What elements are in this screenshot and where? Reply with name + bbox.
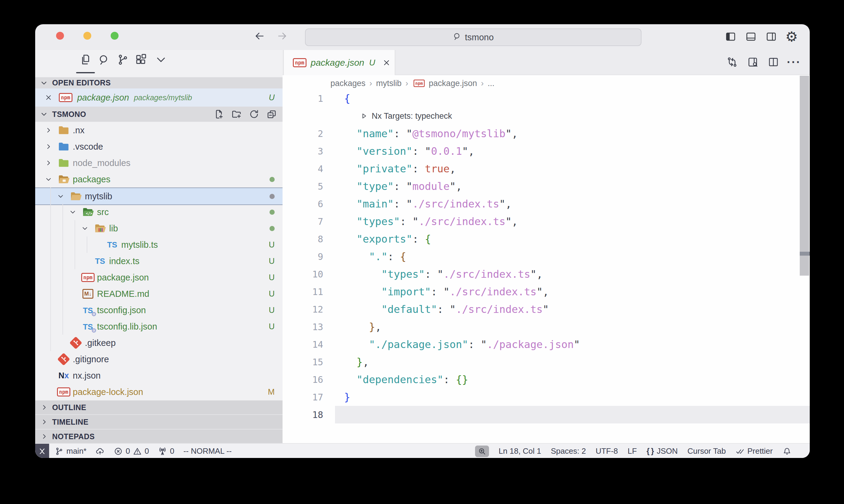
code-line-9[interactable]: 9 ".": { bbox=[282, 248, 810, 265]
chevron-right-icon[interactable] bbox=[44, 142, 53, 151]
compare-changes-icon[interactable] bbox=[726, 55, 738, 69]
breadcrumb-item[interactable]: ... bbox=[487, 79, 495, 88]
code-line-12[interactable]: 12 "default": "./src/index.ts" bbox=[282, 301, 810, 318]
toggle-secondary-sidebar-icon[interactable] bbox=[765, 30, 777, 43]
code-line-17[interactable]: 17} bbox=[282, 388, 810, 406]
close-tab-icon[interactable] bbox=[382, 58, 391, 67]
code-line-5[interactable]: 5 "type": "module", bbox=[282, 178, 810, 195]
tree-item--vscode[interactable]: .vscode bbox=[35, 139, 282, 155]
toggle-primary-sidebar-icon[interactable] bbox=[725, 30, 737, 43]
minimize-window-button[interactable] bbox=[83, 32, 91, 40]
tree-item-node-modules[interactable]: node_modules bbox=[35, 155, 282, 171]
settings-gear-icon[interactable]: ⚙ bbox=[786, 30, 798, 43]
command-center-search[interactable]: tsmono bbox=[305, 29, 641, 46]
encoding-status[interactable]: UTF-8 bbox=[596, 447, 618, 456]
cursor-tab-status[interactable]: Cursor Tab bbox=[688, 447, 726, 456]
tree-item-tsconfig-lib-json[interactable]: TS⚙tsconfig.lib.jsonU bbox=[35, 318, 282, 335]
code-line-2[interactable]: 2 "name": "@tsmono/mytslib", bbox=[282, 125, 810, 142]
tree-item-tsconfig-json[interactable]: TS⚙tsconfig.jsonU bbox=[35, 302, 282, 318]
tree-item-packages[interactable]: packages bbox=[35, 171, 282, 187]
code-line-11[interactable]: 11 "import": "./src/index.ts", bbox=[282, 283, 810, 301]
codelens-row[interactable]: Nx Targets: typecheck bbox=[282, 107, 810, 125]
tree-item-readme-md[interactable]: M↓README.mdU bbox=[35, 286, 282, 302]
tree-item-mytslib-ts[interactable]: TSmytslib.tsU bbox=[35, 237, 282, 253]
close-editor-icon[interactable] bbox=[44, 93, 53, 102]
indentation-status[interactable]: Spaces: 2 bbox=[551, 447, 586, 456]
chevron-right-icon[interactable] bbox=[44, 159, 53, 167]
editor-scrollbar[interactable] bbox=[800, 50, 810, 443]
close-window-button[interactable] bbox=[56, 32, 64, 40]
toggle-panel-icon[interactable] bbox=[745, 30, 757, 43]
split-editor-icon[interactable] bbox=[767, 55, 779, 69]
navigate-forward-button[interactable] bbox=[277, 31, 288, 41]
chevron-right-icon[interactable] bbox=[44, 126, 53, 134]
navigate-back-button[interactable] bbox=[254, 31, 265, 41]
code-line-4[interactable]: 4 "private": true, bbox=[282, 160, 810, 178]
notepads-section[interactable]: NOTEPADS bbox=[35, 430, 282, 444]
tree-item-nx-json[interactable]: Nxnx.json bbox=[35, 367, 282, 384]
tree-item--gitkeep[interactable]: .gitkeep bbox=[35, 335, 282, 351]
code-line-18[interactable]: 18 bbox=[282, 406, 810, 424]
chevron-down-icon[interactable] bbox=[81, 224, 89, 233]
breadcrumb-item[interactable]: packages bbox=[330, 79, 366, 88]
chevron-down-icon[interactable] bbox=[44, 175, 53, 183]
tree-item--gitignore[interactable]: .gitignore bbox=[35, 351, 282, 367]
open-preview-search-icon[interactable] bbox=[747, 55, 759, 69]
warning-icon bbox=[133, 447, 142, 456]
explorer-section-header[interactable]: TSMONO bbox=[35, 107, 282, 122]
cursor-position[interactable]: Ln 18, Col 1 bbox=[499, 447, 541, 456]
new-folder-icon[interactable] bbox=[231, 109, 242, 120]
code-line-10[interactable]: 10 "types": "./src/index.ts", bbox=[282, 265, 810, 283]
codelens-nx-targets[interactable]: Nx Targets: typecheck bbox=[360, 111, 452, 121]
tree-item-src[interactable]: </>src bbox=[35, 204, 282, 220]
ports-status[interactable]: 0 bbox=[158, 447, 174, 456]
source-control-view-icon[interactable] bbox=[116, 52, 130, 67]
maximize-window-button[interactable] bbox=[111, 32, 119, 40]
code-line-14[interactable]: 14 "./package.json": "./package.json" bbox=[282, 336, 810, 353]
timeline-section[interactable]: TIMELINE bbox=[35, 415, 282, 430]
code-line-13[interactable]: 13 }, bbox=[282, 318, 810, 336]
code-line-16[interactable]: 16 "dependencies": {} bbox=[282, 371, 810, 388]
chevron-down-icon[interactable] bbox=[69, 208, 77, 216]
vim-mode-indicator[interactable]: -- NORMAL -- bbox=[184, 447, 231, 456]
language-mode[interactable]: { }JSON bbox=[647, 447, 678, 456]
zoom-indicator[interactable] bbox=[475, 446, 489, 457]
eol-status[interactable]: LF bbox=[627, 447, 637, 456]
code-line-7[interactable]: 7 "types": "./src/index.ts", bbox=[282, 213, 810, 230]
chevron-down-icon[interactable] bbox=[154, 52, 168, 67]
tree-item-index-ts[interactable]: TSindex.tsU bbox=[35, 253, 282, 269]
open-editors-header[interactable]: OPEN EDITORS bbox=[35, 77, 282, 88]
problems-status[interactable]: 00 bbox=[114, 447, 149, 456]
refresh-explorer-icon[interactable] bbox=[248, 109, 259, 120]
breadcrumb-item[interactable]: npmpackage.json bbox=[412, 79, 477, 88]
more-editor-actions-icon[interactable]: ··· bbox=[788, 55, 800, 69]
formatter-prettier[interactable]: Prettier bbox=[736, 447, 773, 456]
tree-item-package-json[interactable]: npmpackage.jsonU bbox=[35, 269, 282, 286]
explorer-view-icon[interactable] bbox=[79, 52, 92, 67]
tree-item-lib[interactable]: lib bbox=[35, 220, 282, 237]
remote-indicator[interactable] bbox=[35, 444, 49, 458]
chevron-down-icon[interactable] bbox=[56, 192, 65, 200]
breadcrumb-item[interactable]: mytslib bbox=[376, 79, 402, 88]
publish-changes-button[interactable] bbox=[96, 447, 105, 456]
open-editor-item[interactable]: npm package.json packages/mytslib U bbox=[35, 88, 282, 107]
collapse-folders-icon[interactable] bbox=[266, 109, 277, 120]
extensions-view-icon[interactable] bbox=[134, 52, 148, 67]
tree-item-mytslib[interactable]: mytslib bbox=[35, 187, 282, 205]
tab-package-json[interactable]: npm package.json U bbox=[283, 50, 395, 75]
tree-item-package-lock-json[interactable]: npmpackage-lock.jsonM bbox=[35, 384, 282, 400]
tree-item--nx[interactable]: .nx bbox=[35, 122, 282, 139]
notifications-bell[interactable] bbox=[782, 447, 792, 456]
code-line-15[interactable]: 15 }, bbox=[282, 353, 810, 371]
git-branch-status[interactable]: main* bbox=[55, 447, 86, 456]
code-line-1[interactable]: 1{ bbox=[282, 90, 810, 107]
code-line-6[interactable]: 6 "main": "./src/index.ts", bbox=[282, 195, 810, 213]
code-line-3[interactable]: 3 "version": "0.0.1", bbox=[282, 142, 810, 160]
scrollbar-slider[interactable] bbox=[800, 76, 809, 276]
code-editor[interactable]: 1{Nx Targets: typecheck2 "name": "@tsmon… bbox=[282, 90, 810, 424]
search-view-icon[interactable] bbox=[97, 52, 111, 67]
outline-section[interactable]: OUTLINE bbox=[35, 400, 282, 415]
git-status-badge: U bbox=[269, 322, 275, 331]
new-file-icon[interactable] bbox=[213, 109, 224, 120]
code-line-8[interactable]: 8 "exports": { bbox=[282, 230, 810, 248]
